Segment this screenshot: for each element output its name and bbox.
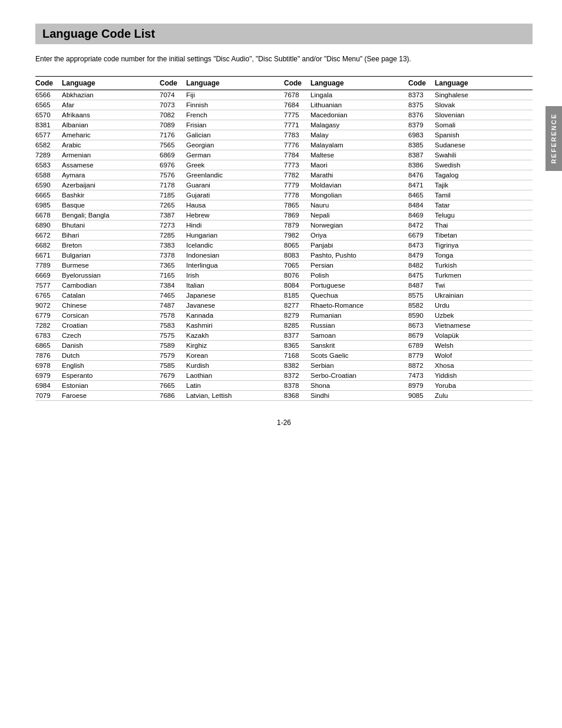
code-value: 8381 xyxy=(35,121,62,129)
language-value: Singhalese xyxy=(435,91,533,98)
table-row: 8582Urdu xyxy=(408,301,533,311)
language-value: Faroese xyxy=(62,392,160,399)
table-row: 7585Kurdish xyxy=(160,361,284,371)
language-value: Somali xyxy=(435,121,533,129)
language-value: Swahili xyxy=(435,151,533,159)
table-row: 7678Lingala xyxy=(284,90,408,100)
code-value: 6682 xyxy=(35,242,62,249)
language-value: Basque xyxy=(62,202,160,209)
language-value: Azerbaijani xyxy=(62,182,160,189)
table-row: 7378Indonesian xyxy=(160,251,284,261)
language-value: Afrikaans xyxy=(62,111,160,118)
table-row: 6983Spanish xyxy=(408,130,533,140)
language-value: Welsh xyxy=(435,342,533,349)
language-value: Bashkir xyxy=(62,192,160,199)
table-row: 8386Swedish xyxy=(408,160,533,170)
table-row: 8382Serbian xyxy=(284,361,408,371)
table-row: 7282Croatian xyxy=(35,321,160,331)
table-row: 7775Macedonian xyxy=(284,110,408,120)
code-value: 8979 xyxy=(408,382,435,389)
language-value: Hausa xyxy=(186,202,284,209)
language-value: Gujarati xyxy=(186,192,284,199)
language-value: Macedonian xyxy=(310,111,408,118)
language-value: Swedish xyxy=(435,162,533,169)
table-row: 7578Kannada xyxy=(160,311,284,321)
language-value: Fiji xyxy=(186,91,284,98)
code-value: 8582 xyxy=(408,302,435,309)
table-row: 7565Georgian xyxy=(160,140,284,150)
table-row: 7982Oriya xyxy=(284,230,408,241)
table-row: 7784Maltese xyxy=(284,150,408,160)
language-value: Arabic xyxy=(62,141,160,149)
language-value: Breton xyxy=(62,242,160,249)
language-value: Turkish xyxy=(435,262,533,269)
language-value: Icelandic xyxy=(186,242,284,249)
language-value: Norwegian xyxy=(310,222,408,229)
code-value: 8083 xyxy=(284,252,310,259)
code-value: 7178 xyxy=(160,182,186,189)
table-row: 7065Persian xyxy=(284,261,408,271)
code-value: 6669 xyxy=(35,272,62,279)
language-value: Indonesian xyxy=(186,252,284,259)
code-value: 6577 xyxy=(35,131,62,139)
table-row: 8368Sindhi xyxy=(284,391,408,401)
code-value: 7585 xyxy=(160,362,186,369)
table-row: 8084Portuguese xyxy=(284,281,408,291)
language-value: Italian xyxy=(186,282,284,289)
code-value: 7473 xyxy=(408,372,435,379)
table-row: 7082French xyxy=(160,110,284,120)
code-value: 7776 xyxy=(284,141,310,149)
language-value: Korean xyxy=(186,352,284,359)
table-row: 8277Rhaeto-Romance xyxy=(284,301,408,311)
code-value: 7082 xyxy=(160,111,186,118)
code-value: 7073 xyxy=(160,101,186,108)
code-value: 6678 xyxy=(35,212,62,219)
table-row: 6978English xyxy=(35,361,160,371)
title-bar: Language Code List xyxy=(35,24,533,44)
col-header-0: CodeLanguage xyxy=(35,77,160,90)
table-row: 7577Cambodian xyxy=(35,281,160,291)
table-row: 7589Kirghiz xyxy=(160,341,284,351)
column-0: CodeLanguage6566Abkhazian6565Afar6570Afr… xyxy=(35,76,160,401)
code-value: 8372 xyxy=(284,372,310,379)
table-row: 7684Lithuanian xyxy=(284,100,408,110)
language-value: Kannada xyxy=(186,312,284,319)
table-row: 8979Yoruba xyxy=(408,381,533,391)
language-value: Greek xyxy=(186,162,284,169)
code-value: 6588 xyxy=(35,172,62,179)
table-row: 6679Tibetan xyxy=(408,230,533,241)
code-value: 8482 xyxy=(408,262,435,269)
code-value: 7579 xyxy=(160,352,186,359)
code-value: 7165 xyxy=(160,272,186,279)
language-value: Catalan xyxy=(62,292,160,299)
table-row: 6565Afar xyxy=(35,100,160,110)
lang-header-0: Language xyxy=(62,79,160,87)
language-value: Wolof xyxy=(435,352,533,359)
code-value: 8487 xyxy=(408,282,435,289)
code-value: 9072 xyxy=(35,302,62,309)
table-row: 8473Tigrinya xyxy=(408,241,533,251)
code-value: 7784 xyxy=(284,151,310,159)
code-value: 7869 xyxy=(284,212,310,219)
code-value: 8387 xyxy=(408,151,435,159)
table-row: 6783Czech xyxy=(35,331,160,341)
language-value: Lithuanian xyxy=(310,101,408,108)
table-row: 8065Panjabi xyxy=(284,241,408,251)
table-row: 6976Greek xyxy=(160,160,284,170)
language-value: Latvian, Lettish xyxy=(186,392,284,399)
table-row: 7583Kashmiri xyxy=(160,321,284,331)
code-value: 6869 xyxy=(160,151,186,159)
language-value: Malagasy xyxy=(310,121,408,129)
table-row: 8365Sanskrit xyxy=(284,341,408,351)
language-value: Quechua xyxy=(310,292,408,299)
code-value: 6979 xyxy=(35,372,62,379)
table-row: 8379Somali xyxy=(408,120,533,130)
code-value: 8471 xyxy=(408,182,435,189)
language-value: Tamil xyxy=(435,192,533,199)
code-value: 6779 xyxy=(35,312,62,319)
code-value: 6783 xyxy=(35,332,62,339)
table-row: 6765Catalan xyxy=(35,291,160,301)
language-value: Hindi xyxy=(186,222,284,229)
language-value: Ameharic xyxy=(62,131,160,139)
table-row: 8472Thai xyxy=(408,220,533,230)
